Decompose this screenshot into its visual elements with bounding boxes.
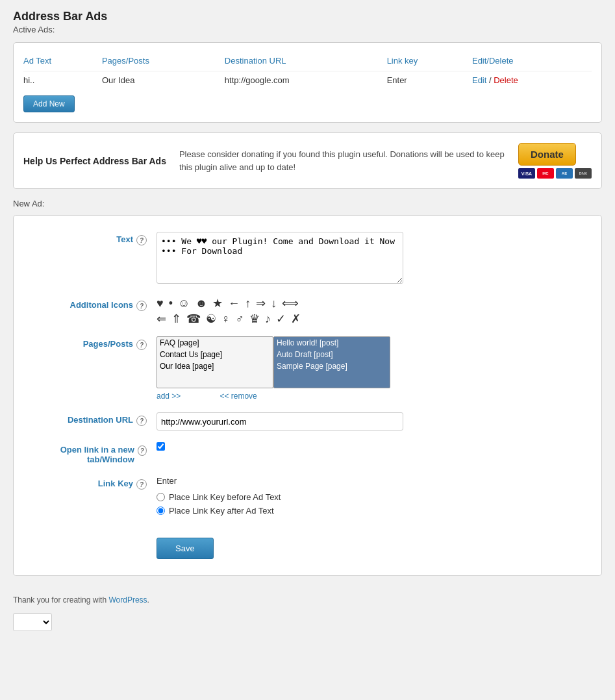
icon-star[interactable]: ★: [212, 297, 223, 309]
icon-double-arrow-left[interactable]: ⇐: [157, 313, 166, 325]
open-link-help-icon[interactable]: ?: [138, 445, 147, 456]
col-header-link-key: Link key: [387, 53, 472, 71]
icon-yin-yang[interactable]: ☯: [206, 313, 216, 325]
icon-bullet[interactable]: •: [169, 297, 173, 309]
open-link-control: [157, 442, 588, 451]
additional-icons-row: Additonal Icons ? ♥ • ☺ ☻ ★ ← ↑ ⇒ ↓ ⟺: [27, 297, 588, 325]
edit-link[interactable]: Edit: [472, 75, 486, 85]
checkbox-wrap: [157, 442, 588, 451]
link-key-help-icon[interactable]: ?: [136, 479, 147, 490]
new-ad-form-card: Text ? ••• We ♥♥ our Plugin! Come and Do…: [13, 215, 602, 576]
destination-url-row: Destination URL ?: [27, 412, 588, 431]
pages-help-icon[interactable]: ?: [136, 340, 147, 350]
footer-text: Thank you for creating with WordPress.: [13, 586, 602, 608]
radio-after[interactable]: [157, 506, 165, 515]
icon-check[interactable]: ✓: [276, 313, 286, 325]
page-title: Address Bar Ads: [13, 10, 602, 23]
footer-select[interactable]: [13, 613, 52, 631]
icon-smiley-filled[interactable]: ☻: [195, 297, 207, 309]
new-ad-label: New Ad:: [13, 199, 602, 208]
pages-posts-row: Pages/Posts ? FAQ [page] Contact Us [pag…: [27, 336, 588, 401]
icon-double-arrow-left-right[interactable]: ⟺: [282, 297, 299, 309]
destination-url-control: [157, 412, 588, 431]
icons-row-2: ⇐ ⇑ ☎ ☯ ♀ ♂ ♛ ♪ ✓ ✗: [157, 313, 588, 325]
destination-url-label: Destination URL ?: [27, 412, 157, 426]
open-link-label: Open link in a new tab/Window ?: [27, 442, 157, 464]
icon-heart[interactable]: ♥: [157, 297, 164, 309]
list-item: Hello world! [post]: [274, 337, 390, 349]
col-header-destination-url: Destination URL: [225, 53, 387, 71]
col-header-ad-text: Ad Text: [23, 53, 102, 71]
icons-row-1: ♥ • ☺ ☻ ★ ← ↑ ⇒ ↓ ⟺: [157, 297, 588, 309]
lists-row: FAQ [page] Contact Us [page] Our Idea [p…: [157, 336, 588, 388]
text-help-icon[interactable]: ?: [136, 235, 147, 245]
icon-music[interactable]: ♪: [265, 313, 271, 325]
save-button[interactable]: Save: [157, 538, 214, 559]
icon-crown[interactable]: ♛: [249, 313, 260, 325]
icons-control: ♥ • ☺ ☻ ★ ← ↑ ⇒ ↓ ⟺ ⇐ ⇑ ☎: [157, 297, 588, 325]
icon-double-arrow-right[interactable]: ⇒: [256, 297, 266, 309]
icons-block: ♥ • ☺ ☻ ★ ← ↑ ⇒ ↓ ⟺ ⇐ ⇑ ☎: [157, 297, 588, 325]
footer-select-wrap: [13, 608, 602, 631]
cell-edit-delete: Edit / Delete: [472, 71, 592, 90]
list-item: Our Idea [page]: [157, 360, 273, 372]
pages-posts-label: Pages/Posts ?: [27, 336, 157, 350]
add-remove-actions: add >> << remove: [157, 392, 588, 401]
donate-card: Help Us Perfect Address Bar Ads Please c…: [13, 132, 602, 189]
donate-description: Please consider donating if you found th…: [179, 148, 505, 173]
visa-icon: VISA: [518, 168, 535, 179]
text-textarea[interactable]: ••• We ♥♥ our Plugin! Come and Download …: [157, 232, 403, 284]
wordpress-link[interactable]: WordPress: [108, 595, 147, 605]
radio-before-label: Place Link Key before Ad Text: [169, 492, 281, 502]
pages-posts-control: FAQ [page] Contact Us [page] Our Idea [p…: [157, 336, 588, 401]
donate-section: Help Us Perfect Address Bar Ads Please c…: [23, 143, 592, 179]
left-pages-list[interactable]: FAQ [page] Contact Us [page] Our Idea [p…: [157, 336, 273, 388]
mastercard-icon: MC: [537, 168, 554, 179]
icon-smiley[interactable]: ☺: [178, 297, 190, 309]
url-help-icon[interactable]: ?: [136, 416, 147, 426]
text-label: Text ?: [27, 232, 157, 245]
text-control: ••• We ♥♥ our Plugin! Come and Download …: [157, 232, 588, 286]
open-link-row: Open link in a new tab/Window ?: [27, 442, 588, 464]
bank-icon: BNK: [575, 168, 592, 179]
remove-link[interactable]: << remove: [220, 392, 257, 401]
donate-button-wrap: Donate VISA MC AE BNK: [518, 143, 592, 179]
add-new-button[interactable]: Add New: [23, 95, 75, 112]
add-link[interactable]: add >>: [157, 392, 181, 401]
right-pages-list[interactable]: Hello world! [post] Auto Draft [post] Sa…: [273, 336, 390, 388]
icon-female[interactable]: ♀: [221, 313, 231, 325]
active-ads-card: Ad Text Pages/Posts Destination URL Link…: [13, 42, 602, 123]
text-row: Text ? ••• We ♥♥ our Plugin! Come and Do…: [27, 232, 588, 286]
icon-arrow-down[interactable]: ↓: [271, 297, 277, 309]
ads-table: Ad Text Pages/Posts Destination URL Link…: [23, 53, 592, 89]
link-key-value: Enter: [157, 476, 177, 486]
icon-male[interactable]: ♂: [236, 313, 245, 325]
radio-after-label: Place Link Key after Ad Text: [169, 506, 274, 516]
cc-icons: VISA MC AE BNK: [518, 168, 592, 179]
icon-phone[interactable]: ☎: [186, 313, 201, 325]
col-header-pages-posts: Pages/Posts: [102, 53, 225, 71]
donate-title: Help Us Perfect Address Bar Ads: [23, 156, 166, 166]
open-link-checkbox[interactable]: [157, 442, 165, 451]
icon-arrow-left[interactable]: ←: [228, 297, 240, 309]
icon-arrow-up[interactable]: ↑: [245, 297, 251, 309]
cell-pages-posts: Our Idea: [102, 71, 225, 90]
cell-link-key: Enter: [387, 71, 472, 90]
link-key-row: Link Key ? Enter Place Link Key before A…: [27, 476, 588, 519]
destination-url-input[interactable]: [157, 412, 403, 431]
table-row: hi.. Our Idea http://google.com Enter Ed…: [23, 71, 592, 90]
delete-link[interactable]: Delete: [494, 75, 518, 85]
link-key-control: Enter Place Link Key before Ad Text Plac…: [157, 476, 588, 519]
amex-icon: AE: [556, 168, 573, 179]
radio-before[interactable]: [157, 493, 165, 501]
list-item: Contact Us [page]: [157, 349, 273, 360]
icon-cross[interactable]: ✗: [291, 313, 301, 325]
radio-option-after: Place Link Key after Ad Text: [157, 506, 588, 516]
icon-double-arrow-up[interactable]: ⇑: [171, 313, 181, 325]
radio-group: Place Link Key before Ad Text Place Link…: [157, 492, 588, 516]
radio-option-before: Place Link Key before Ad Text: [157, 492, 588, 502]
list-item: FAQ [page]: [157, 337, 273, 349]
link-key-label: Link Key ?: [27, 476, 157, 490]
icons-help-icon[interactable]: ?: [136, 301, 147, 311]
donate-button[interactable]: Donate: [518, 143, 576, 166]
